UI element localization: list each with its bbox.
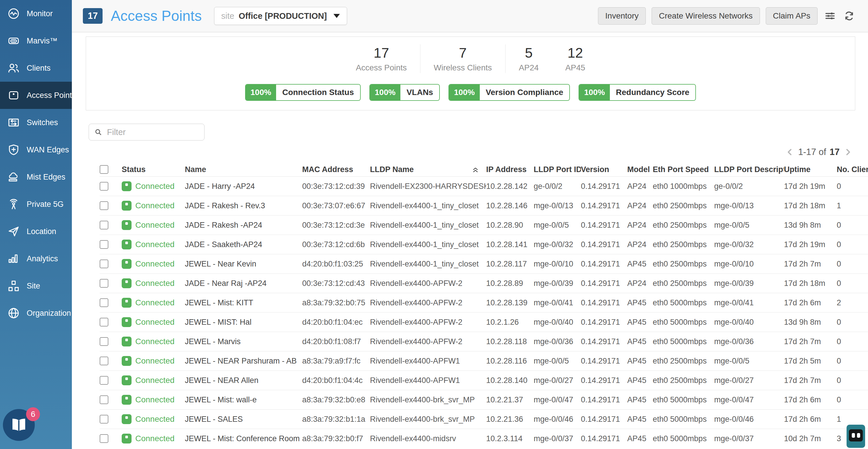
select-all-checkbox[interactable] [100, 165, 108, 174]
score-badge-version-compliance[interactable]: 100%Version Compliance [448, 84, 570, 101]
table-row[interactable]: ConnectedJEWEL - SALESa8:3a:79:32:b1:1aR… [100, 409, 868, 429]
column-header-status[interactable]: Status [122, 165, 185, 174]
row-checkbox[interactable] [100, 357, 108, 365]
ap-status-icon [122, 376, 131, 385]
column-header-uptime[interactable]: Uptime [784, 165, 837, 174]
inventory-button[interactable]: Inventory [598, 7, 646, 25]
table-row[interactable]: ConnectedJADE - Rakesh - Rev.300:3e:73:0… [100, 196, 868, 215]
score-label: Version Compliance [480, 85, 569, 100]
table-row[interactable]: ConnectedJEWEL - MIST: Hald4:20:b0:f1:04… [100, 312, 868, 332]
sidebar-item-mist-edges[interactable]: Mist Edges [0, 163, 72, 191]
status-cell: Connected [122, 376, 185, 385]
table-row[interactable]: ConnectedJEWEL - Mist: Conference Rooma8… [100, 429, 868, 448]
row-checkbox[interactable] [100, 279, 108, 288]
row-checkbox[interactable] [100, 182, 108, 191]
column-header-lldp-name[interactable]: LLDP Name [370, 165, 486, 174]
cell-version: 0.14.29171 [581, 376, 627, 385]
table-row[interactable]: ConnectedJEWEL - Mist: wall-ea8:3a:79:32… [100, 390, 868, 409]
column-header-model[interactable]: Model [627, 165, 653, 174]
cell-lldp_port: mge-0/0/39 [534, 279, 581, 288]
cell-name: JEWEL - Mist: Conference Room [185, 434, 302, 443]
table-row[interactable]: ConnectedJEWEL - NEAR Allend4:20:b0:f1:0… [100, 371, 868, 390]
claim-aps-button[interactable]: Claim APs [766, 7, 817, 25]
filter-input[interactable] [106, 127, 199, 137]
sidebar-item-switches[interactable]: Switches [0, 109, 72, 136]
row-checkbox[interactable] [100, 318, 108, 326]
sidebar-item-label: Mist Edges [27, 173, 65, 182]
status-badge: Connected [135, 279, 175, 288]
row-checkbox[interactable] [100, 337, 108, 346]
table-row[interactable]: ConnectedJEWEL - Near Kevind4:20:b0:f1:0… [100, 254, 868, 274]
row-checkbox[interactable] [100, 260, 108, 268]
score-percent: 100% [246, 85, 276, 100]
column-header-name[interactable]: Name [185, 165, 302, 174]
refresh-icon[interactable] [842, 9, 856, 23]
sidebar-item-site[interactable]: Site [0, 272, 72, 299]
sidebar-item-private-5g[interactable]: Private 5G [0, 191, 72, 218]
cell-ip: 10.2.21.36 [486, 415, 534, 424]
score-badge-connection-status[interactable]: 100%Connection Status [245, 84, 361, 101]
cell-eth_speed: eth0 5000mbps [653, 395, 714, 405]
row-checkbox[interactable] [100, 395, 108, 404]
cell-clients: 0 [837, 279, 868, 288]
cell-eth_speed: eth0 2500mbps [653, 240, 714, 249]
cell-eth_speed: eth0 2500mbps [653, 376, 714, 385]
site-selector-value: Office [PRODUCTION] [239, 11, 327, 21]
cell-lldp_port: mge-0/0/37 [534, 434, 581, 443]
row-checkbox[interactable] [100, 201, 108, 210]
cell-version: 0.14.29171 [581, 395, 627, 405]
row-checkbox[interactable] [100, 240, 108, 249]
column-header-eth-port-speed[interactable]: Eth Port Speed [653, 165, 714, 174]
row-checkbox[interactable] [100, 434, 108, 443]
chevron-left-icon[interactable] [785, 147, 795, 157]
sidebar-item-clients[interactable]: Clients [0, 55, 72, 82]
cell-uptime: 17d 2h 6m [784, 395, 837, 405]
cell-eth_speed: eth0 5000mbps [653, 337, 714, 346]
sidebar-item-wan-edges[interactable]: WAN Edges [0, 136, 72, 163]
status-badge: Connected [135, 376, 175, 385]
sidebar-item-monitor[interactable]: Monitor [0, 0, 72, 27]
cell-uptime: 17d 2h 19m [784, 240, 837, 249]
mist-logo[interactable]: 6 [3, 409, 35, 442]
table-row[interactable]: ConnectedJEWEL - Marvisd4:20:b0:f1:08:f7… [100, 332, 868, 351]
table-row[interactable]: ConnectedJADE - Rakesh -AP2400:3e:73:12:… [100, 215, 868, 235]
sidebar-item-organization[interactable]: Organization [0, 299, 72, 327]
cell-lldp_port: mge-0/0/5 [534, 221, 581, 230]
create-wireless-networks-button[interactable]: Create Wireless Networks [652, 7, 760, 25]
column-header-ip-address[interactable]: IP Address [486, 165, 534, 174]
chevron-right-icon[interactable] [843, 147, 853, 157]
sort-asc-icon[interactable] [472, 166, 479, 173]
cell-uptime: 13d 9h 8m [784, 221, 837, 230]
table-row[interactable]: ConnectedJEWEL - NEAR Parshuram - ABa8:3… [100, 351, 868, 371]
column-header-mac-address[interactable]: MAC Address [302, 165, 370, 174]
table-row[interactable]: ConnectedJADE - Near Raj -AP2400:3e:73:1… [100, 274, 868, 293]
score-badge-vlans[interactable]: 100%VLANs [369, 84, 440, 101]
ap-status-icon [122, 259, 131, 269]
table-row[interactable]: ConnectedJADE - Harry -AP2400:3e:73:12:c… [100, 177, 868, 196]
sidebar-item-access-points[interactable]: Access Points [0, 82, 72, 109]
status-badge: Connected [135, 415, 175, 424]
column-header-label: LLDP Name [370, 165, 414, 174]
table-row[interactable]: ConnectedJEWEL - Mist: KITTa8:3a:79:32:b… [100, 293, 868, 312]
ap-status-icon [122, 298, 131, 308]
table-row[interactable]: ConnectedJADE - Saaketh-AP2400:3e:73:12:… [100, 235, 868, 254]
page-title: Access Points [111, 7, 202, 24]
column-header-no-clients[interactable]: No. Clients [837, 165, 868, 174]
status-cell: Connected [122, 278, 185, 288]
column-header-version[interactable]: Version [581, 165, 627, 174]
filter-settings-icon[interactable] [824, 9, 837, 23]
cell-eth_speed: eth0 2500mbps [653, 260, 714, 268]
sidebar-item-analytics[interactable]: Analytics [0, 245, 72, 272]
site-selector[interactable]: site Office [PRODUCTION] [214, 7, 347, 25]
marvis-bot-icon[interactable] [846, 425, 865, 448]
row-checkbox[interactable] [100, 376, 108, 385]
column-header-lldp-port-id[interactable]: LLDP Port ID [534, 165, 581, 174]
score-badge-redundancy-score[interactable]: 100%Redundancy Score [579, 84, 696, 101]
row-checkbox[interactable] [100, 221, 108, 229]
row-checkbox[interactable] [100, 298, 108, 307]
column-header-lldp-port-description[interactable]: LLDP Port Description [714, 165, 784, 174]
row-checkbox[interactable] [100, 415, 108, 423]
sidebar-item-location[interactable]: Location [0, 218, 72, 245]
sidebar-item-marvis[interactable]: Marvis™ [0, 27, 72, 55]
sidebar-item-label: Monitor [27, 9, 53, 18]
